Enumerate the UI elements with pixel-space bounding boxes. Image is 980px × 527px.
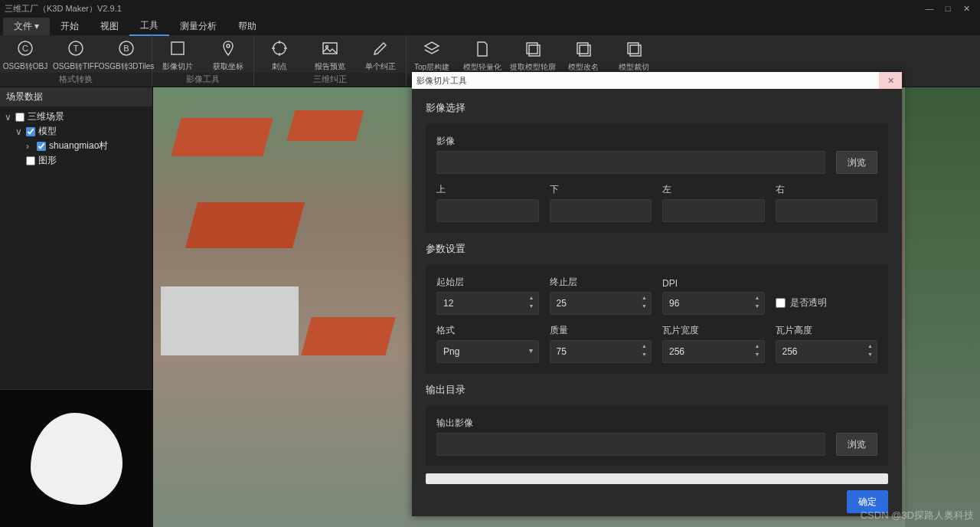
square-icon (168, 38, 188, 58)
input-bottom[interactable] (550, 199, 652, 222)
section-params: 参数设置 (426, 242, 888, 256)
image-icon (320, 38, 340, 58)
svg-text:C: C (22, 44, 28, 53)
svg-rect-20 (630, 45, 641, 56)
tree-village[interactable]: ›shuangmiao村 (5, 139, 148, 153)
menu-measure[interactable]: 测量分析 (169, 18, 227, 35)
svg-rect-16 (529, 45, 540, 56)
stack-icon (624, 39, 644, 59)
ribbon-group-image: 影像工具 (152, 73, 253, 87)
right-viewport-strip (905, 87, 980, 527)
pencil-icon (371, 38, 390, 58)
select-format[interactable]: Png (436, 340, 539, 363)
circle-c-icon: C (15, 38, 35, 58)
ribbon-extract-outline[interactable]: 提取模型轮廓 (508, 38, 558, 73)
menu-file[interactable]: 文件 ▾ (3, 18, 50, 35)
pin-icon (218, 38, 238, 58)
svg-text:T: T (74, 44, 79, 53)
image-slice-dialog: 影像切片工具 ✕ 影像选择 影像 浏览 上 下 左 右 参数设置 起始层 ▲▼ … (412, 72, 902, 516)
tree-graphics[interactable]: 图形 (5, 153, 148, 168)
close-button[interactable]: ✕ (957, 4, 975, 14)
ribbon-report-preview[interactable]: 报告预览 (305, 37, 355, 72)
svg-rect-6 (172, 42, 184, 54)
title-bar: 三维工厂（K3D Maker）V2.9.1 — □ ✕ (0, 0, 980, 17)
circle-b-icon: B (116, 38, 136, 58)
input-dpi[interactable] (662, 292, 765, 315)
browse-output-button[interactable]: 浏览 (836, 433, 877, 456)
svg-point-8 (273, 42, 286, 54)
input-image-path[interactable] (436, 151, 825, 174)
svg-rect-18 (580, 45, 590, 56)
minimap-shape (31, 413, 122, 505)
ribbon-osgb-tiff[interactable]: T OSGB转TIFF (51, 37, 101, 72)
minimap[interactable] (0, 389, 152, 527)
svg-rect-15 (527, 43, 537, 54)
progress-bar (426, 473, 888, 484)
ribbon-single-correct[interactable]: 单个纠正 (355, 37, 406, 72)
ribbon-top-layer[interactable]: Top层构建 (407, 38, 457, 73)
sidebar: 场景数据 ∨三维场景 ∨模型 ›shuangmiao村 图形 (0, 87, 153, 527)
menu-view[interactable]: 视图 (90, 18, 129, 35)
input-tile-width[interactable] (662, 340, 765, 363)
svg-point-7 (227, 44, 230, 47)
ribbon-get-coords[interactable]: 获取坐标 (203, 37, 253, 72)
menu-bar: 文件 ▾ 开始 视图 工具 测量分析 帮助 (0, 17, 980, 35)
scene-tree[interactable]: ∨三维场景 ∨模型 ›shuangmiao村 图形 (0, 106, 152, 389)
menu-tools[interactable]: 工具 (129, 17, 169, 36)
menu-start[interactable]: 开始 (50, 18, 90, 35)
dialog-title: 影像切片工具 (416, 75, 467, 87)
scene-panel-header: 场景数据 (0, 87, 152, 106)
layers-icon (422, 39, 442, 59)
svg-rect-17 (577, 43, 588, 54)
svg-text:B: B (123, 44, 129, 53)
input-top[interactable] (436, 199, 539, 222)
input-right[interactable] (776, 199, 878, 222)
target-icon (270, 38, 289, 58)
stack-icon (573, 39, 593, 59)
minimize-button[interactable]: — (920, 4, 939, 13)
file-icon (472, 39, 492, 59)
app-title: 三维工厂（K3D Maker）V2.9.1 (5, 3, 122, 15)
ribbon-image-slice[interactable]: 影像切片 (152, 37, 203, 72)
ribbon-model-rename[interactable]: 模型改名 (558, 38, 609, 73)
input-quality[interactable] (550, 340, 652, 363)
stack-icon (523, 39, 543, 59)
input-start-layer[interactable] (436, 292, 539, 315)
label-image: 影像 (436, 135, 877, 148)
section-output: 输出目录 (426, 383, 888, 397)
ribbon-group-format: 格式转换 (0, 73, 152, 87)
tree-model[interactable]: ∨模型 (5, 124, 148, 139)
ribbon-osgb-3dtiles[interactable]: B OSGB转3DTiles (101, 37, 152, 72)
checkbox-transparent[interactable] (776, 298, 786, 308)
menu-help[interactable]: 帮助 (227, 18, 267, 35)
ribbon-group-3d-correct: 三维纠正 (254, 73, 406, 87)
watermark: CSDN @3D探路人奥科技 (861, 509, 974, 522)
ribbon-osgb-obj[interactable]: C OSGB转OBJ (0, 37, 51, 72)
maximize-button[interactable]: □ (939, 4, 957, 13)
dialog-close-button[interactable]: ✕ (879, 72, 902, 89)
ribbon-model-crop[interactable]: 模型裁切 (609, 38, 659, 73)
svg-rect-19 (628, 43, 639, 54)
input-output-path[interactable] (436, 433, 825, 456)
tree-root[interactable]: ∨三维场景 (5, 110, 148, 124)
circle-t-icon: T (66, 38, 86, 58)
dialog-titlebar[interactable]: 影像切片工具 ✕ (412, 72, 902, 89)
ribbon-stab-point[interactable]: 刺点 (254, 37, 305, 72)
browse-image-button[interactable]: 浏览 (836, 151, 877, 174)
input-tile-height[interactable] (776, 340, 878, 363)
section-image-select: 影像选择 (426, 101, 888, 115)
ribbon-model-light[interactable]: 模型轻量化 (457, 38, 508, 73)
input-end-layer[interactable] (550, 292, 652, 315)
input-left[interactable] (662, 199, 765, 222)
